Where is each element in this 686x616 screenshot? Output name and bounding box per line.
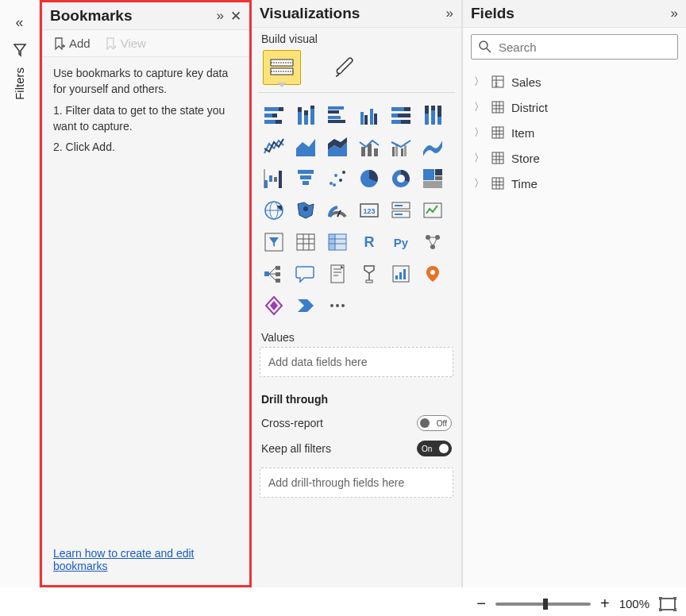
bookmarks-instructions: Use bookmarks to capture key data for yo… bbox=[42, 57, 249, 539]
visualizations-panel: Visualizations » Build visual 123RPy Val… bbox=[252, 0, 462, 587]
fields-search-input[interactable] bbox=[499, 40, 671, 54]
svg-rect-13 bbox=[304, 110, 308, 115]
filters-label[interactable]: Filters bbox=[13, 67, 26, 100]
field-table-store[interactable]: 〉Store bbox=[472, 145, 676, 171]
vis-goals[interactable] bbox=[355, 260, 383, 288]
vis-donut[interactable] bbox=[387, 164, 415, 193]
vis-arcgis[interactable] bbox=[418, 260, 447, 288]
zoom-slider[interactable] bbox=[495, 603, 591, 606]
bookmarks-help-link[interactable]: Learn how to create and edit bookmarks bbox=[53, 547, 194, 572]
svg-rect-11 bbox=[298, 107, 302, 112]
svg-point-69 bbox=[303, 206, 308, 211]
vis-scatter[interactable] bbox=[323, 164, 352, 193]
vis-pie[interactable] bbox=[355, 164, 383, 193]
close-bookmarks-icon[interactable]: ✕ bbox=[230, 8, 241, 25]
fit-to-page-icon[interactable] bbox=[659, 597, 676, 611]
zoom-bar: − + 100% bbox=[476, 595, 676, 613]
vis-key-influencers[interactable] bbox=[418, 228, 447, 256]
drillthrough-drop-zone[interactable]: Add drill-through fields here bbox=[260, 468, 453, 498]
vis-python-visual[interactable]: Py bbox=[387, 228, 415, 256]
vis-matrix[interactable] bbox=[323, 228, 352, 256]
chevron-right-icon: 〉 bbox=[474, 125, 484, 140]
drillthrough-title: Drill through bbox=[260, 385, 453, 410]
svg-rect-16 bbox=[328, 106, 344, 110]
field-table-sales[interactable]: 〉ΣSales bbox=[472, 69, 676, 94]
svg-point-54 bbox=[330, 182, 333, 185]
field-table-label: Time bbox=[511, 177, 538, 191]
svg-rect-51 bbox=[298, 170, 314, 174]
vis-more[interactable] bbox=[323, 291, 352, 320]
search-icon bbox=[478, 40, 492, 54]
vis-ribbon[interactable] bbox=[418, 133, 447, 161]
format-visual-tab[interactable] bbox=[325, 50, 363, 85]
svg-rect-35 bbox=[437, 117, 441, 125]
svg-point-119 bbox=[341, 304, 345, 307]
vis-map[interactable] bbox=[260, 196, 288, 225]
svg-rect-10 bbox=[298, 112, 302, 125]
vis-card[interactable]: 123 bbox=[355, 196, 383, 225]
vis-table[interactable] bbox=[291, 228, 320, 256]
field-table-label: District bbox=[511, 101, 548, 114]
vis-gauge[interactable] bbox=[323, 196, 352, 225]
vis-waterfall[interactable] bbox=[260, 164, 288, 193]
collapse-visualizations-icon[interactable]: » bbox=[446, 6, 453, 21]
expand-filters-icon[interactable]: « bbox=[9, 8, 29, 37]
vis-slicer[interactable] bbox=[260, 228, 288, 256]
vis-qna[interactable] bbox=[291, 260, 320, 288]
svg-rect-19 bbox=[328, 120, 345, 123]
vis-decomposition-tree[interactable] bbox=[260, 260, 288, 288]
fields-table-list: 〉ΣSales〉District〉Item〉Store〉Time bbox=[463, 66, 686, 199]
vis-paginated-report[interactable] bbox=[323, 260, 352, 288]
collapse-bookmarks-icon[interactable]: » bbox=[217, 8, 224, 25]
vis-line[interactable] bbox=[260, 133, 288, 161]
svg-rect-113 bbox=[395, 275, 398, 279]
vis-treemap[interactable] bbox=[418, 164, 447, 193]
zoom-out-button[interactable]: − bbox=[476, 595, 486, 613]
vis-100-stacked-bar[interactable] bbox=[387, 101, 415, 129]
vis-100-stacked-column[interactable] bbox=[418, 101, 447, 129]
values-drop-zone[interactable]: Add data fields here bbox=[260, 347, 453, 377]
zoom-in-button[interactable]: + bbox=[600, 595, 610, 613]
vis-scorecard[interactable] bbox=[387, 260, 415, 288]
cross-report-toggle[interactable]: Off bbox=[417, 415, 452, 431]
add-bookmark-button[interactable]: Add bbox=[53, 37, 91, 50]
svg-rect-136 bbox=[492, 152, 503, 164]
values-label: Values bbox=[260, 328, 453, 347]
build-visual-tab[interactable] bbox=[263, 50, 301, 85]
svg-rect-41 bbox=[374, 148, 378, 156]
svg-point-58 bbox=[333, 183, 336, 187]
vis-line-clustered-column[interactable] bbox=[387, 133, 415, 161]
filter-icon[interactable] bbox=[12, 42, 28, 58]
field-table-item[interactable]: 〉Item bbox=[472, 120, 676, 145]
vis-power-automate[interactable] bbox=[291, 291, 320, 320]
svg-rect-77 bbox=[424, 203, 441, 218]
vis-r-visual[interactable]: R bbox=[355, 228, 383, 256]
svg-rect-17 bbox=[328, 110, 339, 114]
svg-rect-27 bbox=[398, 114, 410, 117]
field-table-district[interactable]: 〉District bbox=[472, 94, 676, 120]
vis-area[interactable] bbox=[291, 133, 320, 161]
field-table-label: Item bbox=[511, 126, 534, 140]
field-table-time[interactable]: 〉Time bbox=[472, 171, 676, 196]
keep-filters-label: Keep all filters bbox=[261, 442, 331, 455]
vis-line-stacked-column[interactable] bbox=[355, 133, 383, 161]
vis-clustered-column[interactable] bbox=[355, 101, 383, 129]
vis-multi-row-card[interactable] bbox=[387, 196, 415, 225]
vis-kpi[interactable] bbox=[418, 196, 447, 225]
svg-rect-131 bbox=[492, 127, 503, 138]
vis-funnel[interactable] bbox=[291, 164, 320, 193]
vis-stacked-column[interactable] bbox=[291, 101, 320, 129]
svg-point-116 bbox=[430, 270, 435, 275]
fields-search[interactable] bbox=[471, 34, 678, 60]
table-icon bbox=[491, 100, 505, 114]
svg-point-56 bbox=[339, 179, 342, 182]
vis-power-apps[interactable] bbox=[260, 291, 288, 320]
filters-collapsed-panel: « Filters bbox=[0, 0, 40, 587]
collapse-fields-icon[interactable]: » bbox=[671, 6, 678, 21]
keep-filters-toggle[interactable]: On bbox=[417, 441, 452, 456]
svg-point-61 bbox=[397, 175, 405, 183]
vis-stacked-bar[interactable] bbox=[260, 101, 288, 129]
vis-clustered-bar[interactable] bbox=[323, 101, 352, 129]
vis-filled-map[interactable] bbox=[291, 196, 320, 225]
vis-stacked-area[interactable] bbox=[323, 133, 352, 161]
